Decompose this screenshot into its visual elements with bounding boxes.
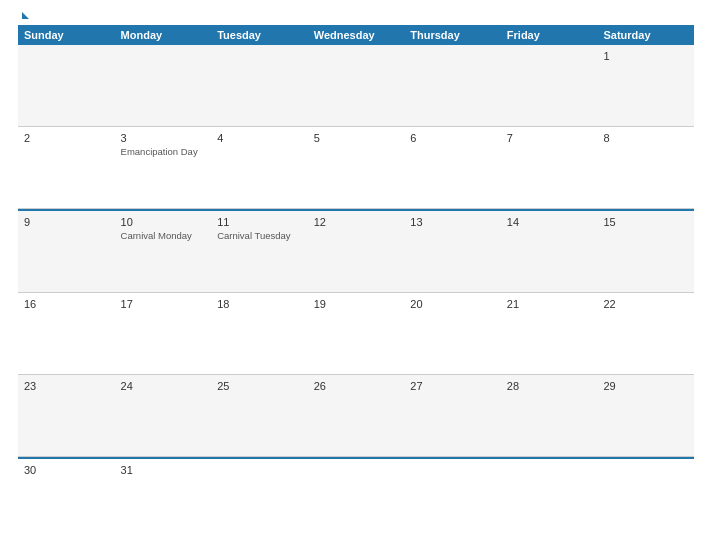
day-number: 12	[314, 216, 399, 228]
day-number: 21	[507, 298, 592, 310]
day-number: 27	[410, 380, 495, 392]
day-number: 6	[410, 132, 495, 144]
day-cell: 31	[115, 459, 212, 540]
day-number: 5	[314, 132, 399, 144]
day-number: 29	[603, 380, 688, 392]
day-cell	[308, 459, 405, 540]
day-number: 13	[410, 216, 495, 228]
day-headers-row: Sunday Monday Tuesday Wednesday Thursday…	[18, 25, 694, 45]
day-cell	[211, 45, 308, 126]
day-number: 8	[603, 132, 688, 144]
day-cell: 7	[501, 127, 598, 208]
day-number: 15	[603, 216, 688, 228]
header-friday: Friday	[501, 25, 598, 45]
day-number: 22	[603, 298, 688, 310]
week-row-2: 23Emancipation Day45678	[18, 127, 694, 209]
week-row-6: 3031	[18, 457, 694, 540]
day-number: 11	[217, 216, 302, 228]
day-number: 28	[507, 380, 592, 392]
calendar-page: Sunday Monday Tuesday Wednesday Thursday…	[0, 0, 712, 550]
day-cell: 12	[308, 211, 405, 292]
day-cell	[597, 459, 694, 540]
day-cell: 27	[404, 375, 501, 456]
day-cell: 25	[211, 375, 308, 456]
day-number: 17	[121, 298, 206, 310]
logo-blue-text	[18, 12, 29, 19]
day-cell: 17	[115, 293, 212, 374]
day-cell: 21	[501, 293, 598, 374]
day-cell	[404, 459, 501, 540]
day-number: 3	[121, 132, 206, 144]
day-cell: 20	[404, 293, 501, 374]
day-cell: 28	[501, 375, 598, 456]
day-cell	[404, 45, 501, 126]
day-cell: 18	[211, 293, 308, 374]
day-number: 24	[121, 380, 206, 392]
day-number: 2	[24, 132, 109, 144]
holiday-label: Carnival Tuesday	[217, 230, 302, 242]
day-cell: 4	[211, 127, 308, 208]
day-number: 7	[507, 132, 592, 144]
week-row-4: 16171819202122	[18, 293, 694, 375]
day-cell	[308, 45, 405, 126]
day-number: 31	[121, 464, 206, 476]
holiday-label: Emancipation Day	[121, 146, 206, 158]
header-saturday: Saturday	[597, 25, 694, 45]
day-cell	[211, 459, 308, 540]
logo-triangle-icon	[22, 12, 29, 19]
day-cell	[115, 45, 212, 126]
day-number: 4	[217, 132, 302, 144]
day-cell: 10Carnival Monday	[115, 211, 212, 292]
day-number: 23	[24, 380, 109, 392]
header-tuesday: Tuesday	[211, 25, 308, 45]
day-cell: 3Emancipation Day	[115, 127, 212, 208]
day-cell: 2	[18, 127, 115, 208]
day-cell: 1	[597, 45, 694, 126]
day-cell	[18, 45, 115, 126]
day-cell: 6	[404, 127, 501, 208]
day-number: 1	[603, 50, 688, 62]
week-row-1: 1	[18, 45, 694, 127]
day-number: 20	[410, 298, 495, 310]
day-number: 19	[314, 298, 399, 310]
day-cell: 23	[18, 375, 115, 456]
day-number: 9	[24, 216, 109, 228]
day-cell: 30	[18, 459, 115, 540]
day-cell: 29	[597, 375, 694, 456]
day-cell: 14	[501, 211, 598, 292]
day-number: 25	[217, 380, 302, 392]
day-cell: 8	[597, 127, 694, 208]
day-cell: 5	[308, 127, 405, 208]
day-cell: 24	[115, 375, 212, 456]
header-wednesday: Wednesday	[308, 25, 405, 45]
day-cell	[501, 459, 598, 540]
day-cell: 15	[597, 211, 694, 292]
day-number: 16	[24, 298, 109, 310]
day-number: 14	[507, 216, 592, 228]
week-row-3: 910Carnival Monday11Carnival Tuesday1213…	[18, 209, 694, 293]
logo	[18, 12, 29, 19]
calendar-header	[18, 12, 694, 19]
holiday-label: Carnival Monday	[121, 230, 206, 242]
day-cell	[501, 45, 598, 126]
week-row-5: 23242526272829	[18, 375, 694, 457]
day-number: 18	[217, 298, 302, 310]
day-cell: 19	[308, 293, 405, 374]
header-sunday: Sunday	[18, 25, 115, 45]
day-cell: 16	[18, 293, 115, 374]
day-cell: 22	[597, 293, 694, 374]
day-number: 30	[24, 464, 109, 476]
day-cell: 9	[18, 211, 115, 292]
calendar-grid: Sunday Monday Tuesday Wednesday Thursday…	[18, 25, 694, 540]
day-cell: 26	[308, 375, 405, 456]
day-cell: 11Carnival Tuesday	[211, 211, 308, 292]
weeks-container: 123Emancipation Day45678910Carnival Mond…	[18, 45, 694, 540]
header-monday: Monday	[115, 25, 212, 45]
day-number: 10	[121, 216, 206, 228]
header-thursday: Thursday	[404, 25, 501, 45]
day-number: 26	[314, 380, 399, 392]
day-cell: 13	[404, 211, 501, 292]
